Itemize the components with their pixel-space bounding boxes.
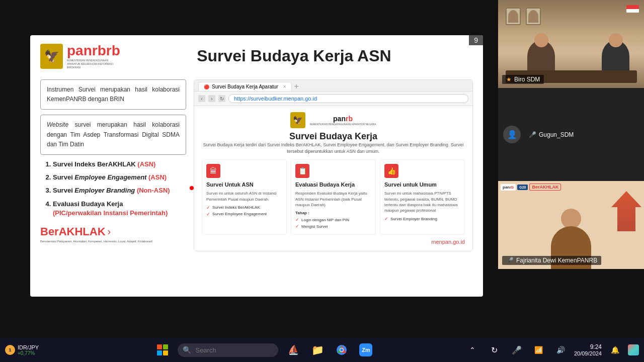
chevron-up-icon: ⌃ (469, 346, 475, 354)
notification-area[interactable]: ⌃ (463, 341, 481, 359)
video-label-fajrianita: 🎤 Fajrianita Dewi KemenPANRB (502, 256, 601, 265)
red-indicator (190, 186, 194, 190)
microphone-button[interactable]: 🎤 (508, 341, 526, 359)
card-list-item-umum-1: ✓ Survei Employer Branding (384, 216, 460, 221)
mic-icon: 🎤 (529, 131, 536, 138)
slide-title: Survei Budaya Kerja ASN (120, 47, 468, 65)
video-label-biro-sdm: ★ Biro SDM (502, 75, 544, 84)
currency-badge-wrapper: 1 (5, 345, 15, 355)
list-item-1: Survei Indeks BerAKHLAK (ASN) (53, 160, 186, 169)
card-list-item-asn-2: ✓ Survei Employee Engagement (206, 212, 282, 217)
right-panel: 🔴 Survei Budaya Kerja Aparatur × + ‹ › ↻… (194, 79, 473, 286)
panrb-logo-text: panrbrb (67, 43, 120, 59)
slide-header: 🦅 panrbrb KEMENTERIAN PENDAYAGUNAAN APAR… (30, 35, 483, 74)
person-silhouette-1 (527, 40, 555, 73)
website-description: Survei Budaya Kerja terdiri dari Survei … (202, 142, 465, 154)
win-tile-green (163, 344, 168, 349)
tab-close-icon[interactable]: × (283, 84, 286, 89)
notification-icon: 🔔 (611, 346, 619, 354)
list-tag-3: (Non-ASN) (137, 187, 170, 194)
info-box-2: Website survei merupakan hasil kolaboras… (40, 115, 186, 155)
browser-tab[interactable]: 🔴 Survei Budaya Kerja Aparatur × (198, 82, 292, 91)
rb-text: rb (106, 43, 120, 58)
berakhlak-text: BerAKHLAK (40, 225, 106, 238)
card-list-item-asn-1: ✓ Survei Indeks BerAKHLAK (206, 205, 282, 210)
card-title-asn: Survei Untuk ASN (206, 181, 282, 188)
search-wrapper: 🔍 (178, 343, 278, 357)
list-item-3: Survei Employer Branding (Non-ASN) (53, 186, 186, 195)
check-icon-umum-1: ✓ (384, 216, 388, 221)
color-accent-button[interactable] (628, 344, 639, 355)
card-list-budaya: ✓ Login dengan NIP dan PIN ✓ Mengisi Sur… (295, 217, 371, 229)
search-input[interactable] (178, 343, 278, 357)
website-garuda-icon: 🦅 (290, 112, 305, 128)
volume-button[interactable]: 🔊 (552, 341, 570, 359)
card-desc-asn: Survei ini untuk seluruh ASN di Instansi… (206, 191, 282, 202)
microphone-icon: 🎤 (512, 345, 522, 355)
video-panel-gugun: 👤 🎤 Gugun_SDM (498, 88, 644, 181)
video-label-gugun: 🎤 Gugun_SDM (525, 130, 578, 139)
currency-info: IDR/JPY +0,77% (18, 344, 39, 356)
wifi-icon: 📶 (534, 346, 543, 354)
card-list-item-budaya-1: ✓ Login dengan NIP dan PIN (295, 217, 371, 222)
tab-favicon: 🔴 (204, 84, 209, 89)
check-icon-budaya-1: ✓ (295, 217, 299, 222)
website-content: 🦅 panrb KEMENTERIAN PENDAYAGUNAAN APARAT… (194, 106, 472, 251)
win-tile-red (157, 344, 162, 349)
refresh-button[interactable]: ↻ (486, 341, 504, 359)
taskbar-center: 🔍 ⛵ 📁 (65, 341, 463, 359)
portrait-frame-1 (506, 8, 521, 25)
portrait-frame-2 (526, 8, 541, 25)
survey-card-budaya: 📋 Evaluasi Budaya Kerja Responden Evalua… (291, 159, 376, 235)
desktop: 9 🦅 panrbrb KEMENTERIAN PENDAYAGUNAAN AP… (0, 0, 644, 362)
ministry-text: KEMENTERIAN PENDAYAGUNAAN APARATUR NEGAR… (67, 59, 117, 69)
forward-button[interactable]: › (208, 95, 215, 102)
clock-area[interactable]: 9:24 20/09/2024 (574, 343, 602, 356)
zoom-button[interactable]: Zm (357, 341, 375, 359)
berakhlak-subtitle: Berorientasi Pelayanan, Akuntabel, Kompe… (40, 239, 152, 243)
svg-point-3 (340, 348, 343, 351)
slide-body: Instrumen Survei merupakan hasil kolabor… (30, 74, 483, 291)
currency-badge: 1 (5, 345, 15, 355)
file-explorer-button[interactable]: 📁 (308, 341, 327, 359)
logo-text: panrbrb KEMENTERIAN PENDAYAGUNAAN APARAT… (67, 43, 120, 69)
windows-start-button[interactable] (153, 341, 172, 359)
fajrianita-logos: panrb G20 BerAKHLAK (501, 184, 561, 191)
gugun-panel-inner: 👤 🎤 Gugun_SDM (503, 126, 639, 143)
show-desktop-button[interactable]: 🔔 (606, 341, 624, 359)
new-tab-button[interactable]: + (294, 82, 299, 91)
chrome-icon (336, 344, 347, 355)
win-tile-blue (157, 350, 162, 355)
check-icon-2: ✓ (206, 212, 210, 217)
volume-icon: 🔊 (556, 346, 565, 354)
website-panrb-logo: panrb (333, 115, 353, 123)
reload-button[interactable]: ↻ (218, 95, 225, 102)
list-tag-2: (ASN) (148, 173, 167, 181)
website-italic: Website (47, 121, 68, 128)
win-tile-yellow (163, 350, 168, 355)
survey-card-asn: 🏛 Survei Untuk ASN Survei ini untuk selu… (202, 159, 287, 235)
chrome-button[interactable] (333, 341, 351, 359)
card-list-text-budaya-2: Mengisi Survei (301, 224, 328, 229)
berakhlak-arrow-icon: › (108, 226, 111, 237)
card-icon-umum: 👍 (384, 164, 398, 178)
card-step-label: Tahap : (295, 211, 371, 215)
card-list-text-asn-1: Survei Indeks BerAKHLAK (212, 205, 260, 210)
left-panel: Instrumen Survei merupakan hasil kolabor… (40, 79, 186, 286)
card-list-text-budaya-1: Login dengan NIP dan PIN (301, 218, 349, 222)
pan-text: panrb (67, 43, 106, 58)
network-button[interactable]: 📶 (530, 341, 548, 359)
card-desc-budaya: Responden Evaluasi Budaya Kerja yaitu AS… (295, 191, 371, 208)
list-tag-1: (ASN) (137, 160, 155, 168)
slide-number-badge: 9 (469, 35, 483, 45)
video-panel-fajrianita: panrb G20 BerAKHLAK 🎤 Fajrianita Dewi Ke… (498, 181, 644, 269)
berakhlak-badge: BerAKHLAK (529, 184, 561, 191)
g20-badge: G20 (517, 185, 528, 190)
url-bar[interactable]: https://surveibudker.menpan.go.id (228, 94, 468, 103)
participant-head (561, 209, 581, 229)
gugun-avatar: 👤 (503, 126, 521, 143)
widget-button[interactable]: ⛵ (284, 341, 302, 359)
website-ministry-small: KEMENTERIAN PENDAYAGUNAAN APARATUR NEGAR… (309, 123, 376, 126)
card-title-budaya: Evaluasi Budaya Kerja (295, 181, 371, 188)
back-button[interactable]: ‹ (198, 95, 205, 102)
